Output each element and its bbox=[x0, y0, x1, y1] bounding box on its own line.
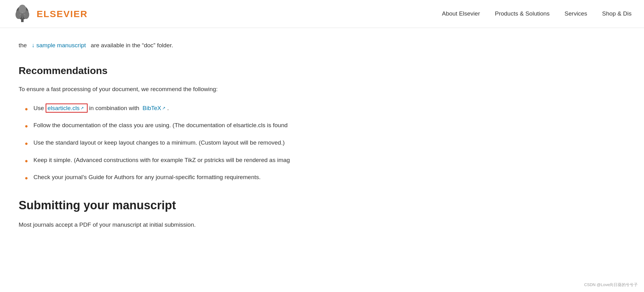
recommendations-description: To ensure a fast processing of your docu… bbox=[19, 84, 323, 94]
bullet-dot-icon: • bbox=[25, 121, 28, 132]
elsevier-logo-icon bbox=[12, 4, 32, 24]
list-item: • Check your journal’s Guide for Authors… bbox=[25, 172, 323, 183]
elsarticle-link[interactable]: elsarticle.cls ↗ bbox=[48, 103, 84, 113]
bibtex-link[interactable]: BibTeX ↗ bbox=[143, 103, 166, 113]
nav-shop[interactable]: Shop & Dis bbox=[602, 9, 632, 18]
main-content: the ↓ sample manuscript are available in… bbox=[0, 28, 342, 248]
list-item: • Use elsarticle.cls ↗ in combination wi… bbox=[25, 103, 323, 114]
bullet-1-text: Use elsarticle.cls ↗ in combination with… bbox=[34, 103, 169, 113]
site-header: ELSEVIER About Elsevier Products & Solut… bbox=[0, 0, 644, 28]
bullet-dot-icon: • bbox=[25, 173, 28, 183]
list-item: • Use the standard layout or keep layout… bbox=[25, 138, 323, 149]
elsarticle-link-box: elsarticle.cls ↗ bbox=[46, 104, 88, 113]
nav-services[interactable]: Services bbox=[565, 9, 587, 18]
elsevier-logo-text: ELSEVIER bbox=[37, 7, 88, 21]
external-arrow-icon-2: ↗ bbox=[162, 105, 166, 111]
bullet-dot-icon: • bbox=[25, 104, 28, 114]
list-item: • Keep it simple. (Advanced construction… bbox=[25, 155, 323, 166]
download-arrow-icon: ↓ bbox=[32, 42, 35, 49]
submitting-description: Most journals accept a PDF of your manus… bbox=[19, 220, 323, 230]
intro-paragraph: the ↓ sample manuscript are available in… bbox=[19, 40, 323, 50]
nav-products[interactable]: Products & Solutions bbox=[495, 9, 550, 18]
list-item: • Follow the documentation of the class … bbox=[25, 120, 323, 132]
recommendations-list: • Use elsarticle.cls ↗ in combination wi… bbox=[19, 103, 323, 183]
sample-manuscript-link[interactable]: ↓ sample manuscript bbox=[30, 42, 88, 49]
external-arrow-icon-1: ↗ bbox=[80, 105, 84, 111]
bullet-dot-icon: • bbox=[25, 138, 28, 149]
intro-before-link: the bbox=[19, 42, 27, 49]
svg-point-4 bbox=[19, 5, 26, 13]
submitting-heading: Submitting your manuscript bbox=[19, 196, 323, 215]
logo-link[interactable]: ELSEVIER bbox=[12, 4, 88, 24]
intro-after-link: are available in the “doc” folder. bbox=[91, 42, 173, 49]
bullet-dot-icon: • bbox=[25, 156, 28, 166]
main-nav: About Elsevier Products & Solutions Serv… bbox=[442, 9, 632, 18]
recommendations-heading: Recommendations bbox=[19, 63, 323, 79]
nav-about[interactable]: About Elsevier bbox=[442, 9, 480, 18]
